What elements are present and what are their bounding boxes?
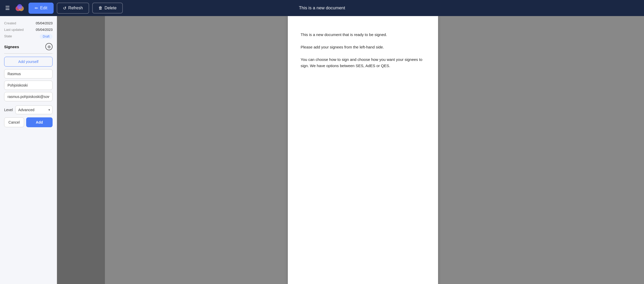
add-button[interactable]: Add xyxy=(26,117,53,127)
app-header: ☰ ✏ Edit ↺ Refresh 🗑 Delete This is a ne… xyxy=(0,0,644,16)
edit-button[interactable]: ✏ Edit xyxy=(28,3,54,14)
state-label: State xyxy=(4,34,12,39)
refresh-button[interactable]: ↺ Refresh xyxy=(57,3,89,14)
doc-line-2: Please add your signees from the left-ha… xyxy=(301,44,425,50)
add-signee-circle-button[interactable]: ⊕ xyxy=(45,43,53,50)
sidebar: Created 05/04/2023 Last updated 05/04/20… xyxy=(0,16,57,284)
signees-header: Signees ⊕ xyxy=(4,43,53,50)
last-updated-label: Last updated xyxy=(4,28,24,32)
created-value: 05/04/2023 xyxy=(36,21,53,25)
delete-label: Delete xyxy=(105,6,117,10)
doc-line-3: You can choose how to sign and choose ho… xyxy=(301,56,425,69)
edit-label: Edit xyxy=(40,6,47,10)
last-name-input[interactable] xyxy=(4,81,53,90)
created-row: Created 05/04/2023 xyxy=(4,21,53,25)
level-row: Level Simple Advanced Qualified ▾ xyxy=(4,105,53,114)
signees-title: Signees xyxy=(4,45,19,49)
trash-icon: 🗑 xyxy=(98,6,103,10)
add-yourself-button[interactable]: Add yourself xyxy=(4,57,53,67)
svg-point-2 xyxy=(17,4,22,9)
page-thumbnail-panel xyxy=(57,16,105,284)
document-paper: This is a new document that is ready to … xyxy=(288,16,438,284)
level-select-wrapper: Simple Advanced Qualified ▾ xyxy=(15,105,53,114)
last-updated-value: 05/04/2023 xyxy=(36,28,53,32)
divider xyxy=(4,53,53,54)
cancel-button[interactable]: Cancel xyxy=(4,117,24,127)
document-title: This is a new document xyxy=(299,5,345,11)
add-label: Add xyxy=(36,120,43,124)
plus-circle-icon: ⊕ xyxy=(47,44,51,49)
state-row: State Draft xyxy=(4,34,53,39)
main-layout: Created 05/04/2023 Last updated 05/04/20… xyxy=(0,16,644,284)
doc-line-1: This is a new document that is ready to … xyxy=(301,32,425,38)
state-badge: Draft xyxy=(40,34,53,39)
app-logo xyxy=(14,2,25,14)
email-input[interactable] xyxy=(4,92,53,101)
level-label: Level xyxy=(4,108,13,112)
pencil-icon: ✏ xyxy=(35,6,38,11)
cancel-label: Cancel xyxy=(9,120,20,124)
delete-button[interactable]: 🗑 Delete xyxy=(92,3,123,13)
refresh-icon: ↺ xyxy=(63,6,66,11)
last-updated-row: Last updated 05/04/2023 xyxy=(4,28,53,32)
hamburger-icon[interactable]: ☰ xyxy=(5,5,10,11)
document-content: This is a new document that is ready to … xyxy=(301,32,425,69)
right-panel xyxy=(621,16,644,284)
refresh-label: Refresh xyxy=(68,6,83,10)
first-name-input[interactable] xyxy=(4,69,53,79)
document-area: This is a new document that is ready to … xyxy=(105,16,621,284)
add-yourself-label: Add yourself xyxy=(18,60,39,64)
created-label: Created xyxy=(4,21,16,25)
action-row: Cancel Add xyxy=(4,117,53,127)
level-select[interactable]: Simple Advanced Qualified xyxy=(15,105,53,114)
